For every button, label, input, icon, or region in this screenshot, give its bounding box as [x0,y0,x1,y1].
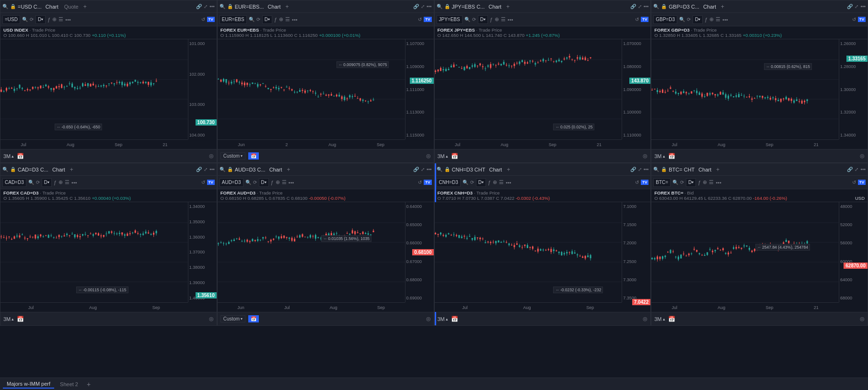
custom-btn-eur[interactable]: Custom ▾ [220,152,245,160]
expand-icon-gbp[interactable]: ⤢ [855,4,858,9]
reload-btn-usd[interactable]: ⟳ [30,17,34,22]
lock-icon-cad[interactable]: 🔒 [10,167,16,172]
more-tools-btn-jpy[interactable]: ••• [508,17,513,23]
more-tools-btn-usd[interactable]: ••• [65,17,71,23]
compare-btn-cnh[interactable]: ⊕ [493,179,497,185]
chart-area-aud[interactable]: 0.640000.650000.660000.670000.680000.690… [218,202,434,312]
candle-type-btn-cad[interactable]: ☰ [65,179,69,185]
lock-icon-usd[interactable]: 🔒 [10,4,16,9]
timeframe-btn-cnh[interactable]: 3M ▴ [438,316,448,322]
link-icon-aud[interactable]: 🔗 [413,167,419,172]
search-btn-cad[interactable]: 🔍 [28,180,34,185]
refresh-btn-cad[interactable]: ↺ [201,180,205,185]
quote-tab-usd[interactable]: Quote [62,4,81,10]
chart-tab-cad[interactable]: Chart [50,167,67,172]
add-comparison-btn-aud[interactable]: + [287,166,290,173]
search-icon-cnh[interactable]: 🔍 [437,167,442,172]
refresh-btn-gbp[interactable]: ↺ [852,17,856,22]
symbol-input-gbp[interactable]: GBP=D3 [653,15,677,24]
expand-icon-jpy[interactable]: ⤢ [638,4,642,9]
timeframe-select-eur[interactable]: D ▾ [262,15,272,24]
expand-icon-cad[interactable]: ⤢ [204,167,208,172]
symbol-input-cnh[interactable]: CNH=D3 [437,178,461,187]
add-comparison-btn-btc[interactable]: + [716,166,719,173]
timeframe-select-gbp[interactable]: D ▾ [693,15,703,24]
expand-icon-aud[interactable]: ⤢ [421,167,425,172]
link-icon-eur[interactable]: 🔗 [413,4,419,9]
calendar-icon-gbp[interactable]: 📅 [668,153,675,160]
reload-btn-jpy[interactable]: ⟳ [472,17,476,22]
indicators-btn-cnh[interactable]: ƒ [488,180,491,185]
search-btn-aud[interactable]: 🔍 [245,180,251,185]
search-btn-cnh[interactable]: 🔍 [463,180,468,185]
calendar-icon-cnh[interactable]: 📅 [451,316,458,322]
refresh-btn-cnh[interactable]: ↺ [635,180,639,185]
more-icon-jpy[interactable]: ••• [644,4,649,9]
chart-area-cnh[interactable]: 7.10007.15007.20007.25007.30007.3500JulA… [435,202,651,312]
timeframe-select-usd[interactable]: D ▾ [35,15,46,24]
candle-type-btn-usd[interactable]: ☰ [58,16,63,23]
compare-btn-btc[interactable]: ⊕ [703,179,707,185]
expand-icon-cnh[interactable]: ⤢ [638,167,642,172]
more-tools-btn-cad[interactable]: ••• [71,180,77,185]
timeframe-select-btc[interactable]: D ▾ [686,178,696,187]
search-btn-jpy[interactable]: 🔍 [464,17,470,22]
calendar-icon-btc[interactable]: 📅 [668,316,675,322]
compare-btn-aud[interactable]: ⊕ [276,179,280,185]
more-tools-btn-cnh[interactable]: ••• [506,180,511,185]
lock-icon-gbp[interactable]: 🔒 [661,4,667,9]
link-icon-cnh[interactable]: 🔗 [630,167,636,172]
compare-btn-cad[interactable]: ⊕ [58,179,63,185]
reload-btn-cnh[interactable]: ⟳ [470,180,474,185]
expand-icon-usd[interactable]: ⤢ [204,4,208,9]
search-btn-eur[interactable]: 🔍 [249,17,255,22]
chart-area-gbp[interactable]: 1.260001.280001.300001.320001.34000JulAu… [651,39,868,149]
refresh-btn-btc[interactable]: ↺ [852,180,856,185]
tab-sheet2[interactable]: Sheet 2 [56,380,82,388]
calendar-icon-usd[interactable]: 📅 [17,153,24,160]
goto-icon-jpy[interactable]: ◎ [643,153,648,159]
lock-icon-aud[interactable]: 🔒 [227,167,233,172]
search-icon-aud[interactable]: 🔍 [220,167,225,172]
add-comparison-btn-eur[interactable]: + [285,3,289,10]
search-icon-cad[interactable]: 🔍 [2,167,8,172]
refresh-btn-eur[interactable]: ↺ [418,17,422,22]
more-icon-cnh[interactable]: ••• [644,167,649,172]
symbol-input-btc[interactable]: BTC= [653,178,671,187]
timeframe-select-cnh[interactable]: D ▾ [476,178,486,187]
candle-type-btn-jpy[interactable]: ☰ [501,16,506,23]
calendar-icon-cad[interactable]: 📅 [17,316,24,322]
chart-area-eur[interactable]: 1.1070001.1090001.1110001.1130001.115000… [218,39,434,149]
add-tab-button[interactable]: + [84,380,93,388]
compare-btn-eur[interactable]: ⊕ [279,16,283,23]
link-icon-jpy[interactable]: 🔗 [630,4,636,9]
compare-btn-gbp[interactable]: ⊕ [709,16,714,23]
expand-icon-btc[interactable]: ⤢ [855,167,858,172]
reload-btn-aud[interactable]: ⟳ [253,180,257,185]
refresh-btn-jpy[interactable]: ↺ [635,17,639,22]
timeframe-btn-usd[interactable]: 3M ▴ [3,153,14,159]
add-comparison-btn-usd[interactable]: + [83,3,87,10]
goto-icon-btc[interactable]: ◎ [860,316,865,322]
indicators-btn-btc[interactable]: ƒ [698,180,701,185]
chart-tab-eur[interactable]: Chart [266,4,283,10]
indicators-btn-aud[interactable]: ƒ [271,180,274,185]
lock-icon-jpy[interactable]: 🔒 [444,4,450,9]
symbol-input-usd[interactable]: =USD [2,15,20,24]
calendar-btn-aud[interactable]: 📅 [248,315,259,322]
more-tools-btn-btc[interactable]: ••• [716,180,721,185]
symbol-input-aud[interactable]: AUD=D3 [220,178,243,187]
search-btn-gbp[interactable]: 🔍 [679,17,685,22]
search-icon-gbp[interactable]: 🔍 [653,4,659,9]
reload-btn-gbp[interactable]: ⟳ [687,17,691,22]
candle-type-btn-eur[interactable]: ☰ [285,16,290,23]
more-icon-aud[interactable]: ••• [427,167,432,172]
chart-tab-cnh[interactable]: Chart [487,167,504,172]
chart-area-usd[interactable]: 101.000102.000103.000104.000JulAugSep211… [0,39,217,149]
link-icon-btc[interactable]: 🔗 [847,167,853,172]
symbol-input-eur[interactable]: EUR=EBS [220,15,247,24]
timeframe-btn-gbp[interactable]: 3M ▴ [654,153,665,159]
chart-tab-usd[interactable]: Chart [44,4,60,10]
chart-tab-jpy[interactable]: Chart [486,4,503,10]
goto-icon-gbp[interactable]: ◎ [860,153,865,159]
